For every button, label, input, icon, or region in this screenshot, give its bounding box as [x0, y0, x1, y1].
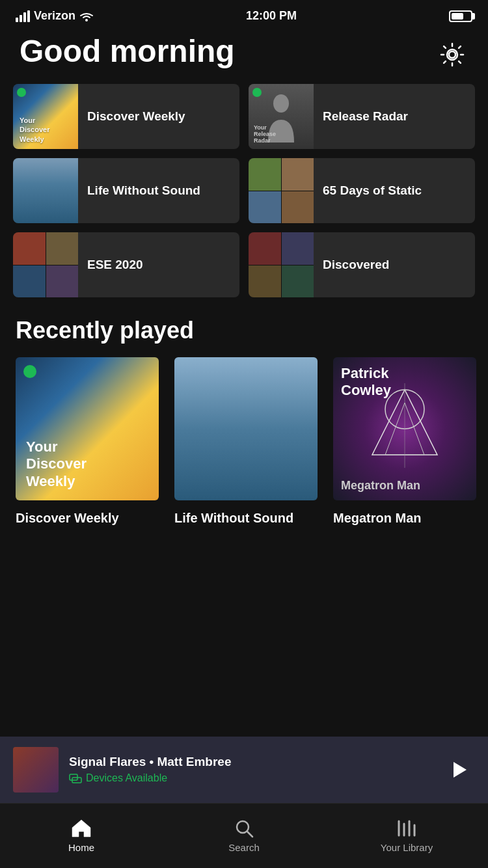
disc-cell-3 [249, 265, 281, 298]
disc-cell-4 [282, 265, 314, 298]
wifi-icon [79, 11, 94, 21]
house-icon [71, 819, 92, 838]
discovered-label: Discovered [314, 257, 398, 273]
home-label: Home [68, 842, 94, 853]
bottom-navigation: Home Search Your Library [0, 803, 488, 868]
clock: 12:00 PM [246, 9, 297, 23]
release-radar-thumb: YourReleaseRadar [249, 84, 314, 149]
ese-2020-thumb [13, 232, 78, 297]
search-label: Search [228, 842, 260, 853]
settings-button[interactable] [436, 38, 468, 71]
recent-item-life-without-sound[interactable]: Life Without Sound [174, 357, 318, 526]
quick-item-65-days[interactable]: 65 Days of Static [249, 158, 475, 223]
now-playing-bar[interactable]: Signal Flares • Matt Embree Devices Avai… [0, 737, 488, 803]
library-icon [396, 819, 417, 838]
nav-item-search[interactable]: Search [163, 804, 325, 868]
now-playing-artwork [13, 747, 59, 793]
devices-label: Devices Available [86, 772, 167, 784]
ese-cell-4 [46, 265, 79, 298]
page-header: Good morning [0, 28, 488, 84]
ese-cell-3 [13, 265, 46, 298]
ese-2020-label: ESE 2020 [78, 257, 152, 273]
recent-item-megatron-man[interactable]: PatrickCowley Megatron Man Megatron Man [333, 357, 476, 526]
library-label: Your Library [381, 842, 433, 853]
gear-icon [439, 42, 465, 68]
nav-item-library[interactable]: Your Library [325, 804, 488, 868]
quick-item-discovered[interactable]: Discovered [249, 232, 475, 297]
now-playing-info: Signal Flares • Matt Embree Devices Avai… [69, 755, 432, 785]
collage-cell-4 [282, 191, 314, 224]
ese-cell-1 [13, 232, 46, 265]
discover-weekly-inner-text: YourDiscoverWeekly [20, 116, 49, 144]
now-playing-thumb [13, 747, 59, 793]
carrier-info: Verizon [16, 9, 94, 23]
nav-item-home[interactable]: Home [0, 804, 163, 868]
recent-item-discover-weekly[interactable]: YourDiscoverWeekly Discover Weekly [16, 357, 159, 526]
now-playing-title: Signal Flares • Matt Embree [69, 755, 432, 769]
recent-life-thumb [174, 357, 318, 500]
collage-cell-1 [249, 158, 281, 191]
recently-played-list: YourDiscoverWeekly Discover Weekly Life … [0, 357, 488, 546]
greeting-text: Good morning [20, 34, 235, 69]
large-discover-text: YourDiscoverWeekly [26, 439, 87, 490]
quick-item-discover-weekly[interactable]: YourDiscoverWeekly Discover Weekly [13, 84, 239, 149]
svg-rect-1 [20, 15, 22, 22]
signal-icon [16, 10, 30, 22]
65-days-thumb [249, 158, 314, 223]
svg-point-6 [273, 94, 289, 113]
collage-cell-3 [249, 191, 281, 224]
battery-area [449, 10, 472, 22]
quick-item-release-radar[interactable]: YourReleaseRadar Release Radar [249, 84, 475, 149]
quick-item-life-without-sound[interactable]: Life Without Sound [13, 158, 239, 223]
recent-megatron-title: Megatron Man [333, 509, 476, 526]
quick-item-ese-2020[interactable]: ESE 2020 [13, 232, 239, 297]
carrier-name: Verizon [34, 9, 75, 23]
status-bar: Verizon 12:00 PM [0, 0, 488, 28]
spotify-logo [17, 88, 26, 97]
svg-rect-0 [16, 18, 18, 22]
life-without-sound-thumb [13, 158, 78, 223]
release-radar-label-small: YourReleaseRadar [254, 124, 276, 144]
65-days-label: 65 Days of Static [314, 183, 431, 198]
disc-cell-2 [282, 232, 314, 265]
magnify-icon [234, 819, 254, 838]
play-icon [447, 758, 470, 781]
svg-rect-2 [23, 12, 26, 22]
svg-rect-3 [27, 10, 30, 22]
recent-discover-weekly-thumb: YourDiscoverWeekly [16, 357, 159, 500]
recent-discover-weekly-title: Discover Weekly [16, 509, 159, 526]
search-icon [234, 819, 254, 838]
life-without-sound-label: Life Without Sound [78, 183, 210, 198]
recently-played-title: Recently played [0, 317, 488, 357]
svg-line-15 [247, 832, 252, 837]
home-icon [71, 819, 92, 838]
collage-cell-2 [282, 158, 314, 191]
megatron-subtitle: Megatron Man [341, 479, 420, 493]
release-radar-label: Release Radar [314, 109, 417, 124]
devices-icon [69, 772, 82, 785]
battery-icon [449, 10, 472, 22]
disc-cell-1 [249, 232, 281, 265]
recent-life-title: Life Without Sound [174, 509, 318, 526]
shelves-icon [396, 819, 417, 838]
svg-marker-13 [454, 762, 467, 778]
discovered-thumb [249, 232, 314, 297]
discover-weekly-label: Discover Weekly [78, 109, 195, 124]
megatron-text: PatrickCowley [341, 365, 391, 400]
discover-weekly-thumb: YourDiscoverWeekly [13, 84, 78, 149]
quick-access-grid: YourDiscoverWeekly Discover Weekly YourR… [0, 84, 488, 317]
ese-cell-2 [46, 232, 79, 265]
recent-megatron-thumb: PatrickCowley Megatron Man [333, 357, 476, 500]
play-button[interactable] [442, 753, 475, 786]
spotify-dot-large [23, 365, 36, 378]
devices-available: Devices Available [69, 772, 432, 785]
svg-point-4 [85, 19, 88, 21]
